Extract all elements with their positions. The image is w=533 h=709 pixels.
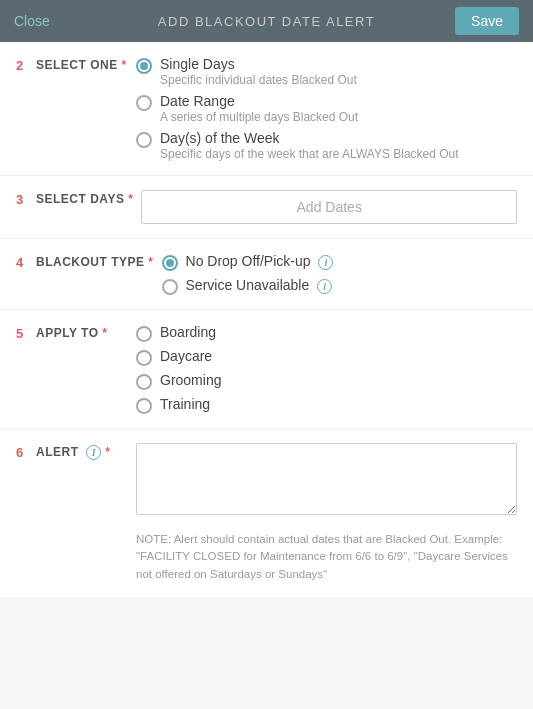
alert-content (136, 443, 517, 519)
section-label-alert: ALERT i * (36, 443, 136, 460)
service-unavailable-info-icon[interactable]: i (317, 279, 332, 294)
days-of-week-label: Day(s) of the Week (160, 130, 459, 146)
radio-option-daycare[interactable]: Daycare (136, 348, 517, 366)
close-button[interactable]: Close (14, 13, 50, 29)
section-alert: 6 ALERT i * NOTE: Alert should contain a… (0, 429, 533, 597)
radio-training[interactable] (136, 398, 152, 414)
save-button[interactable]: Save (455, 7, 519, 35)
required-asterisk-3: * (148, 255, 153, 269)
date-range-sublabel: A series of multiple days Blacked Out (160, 110, 358, 124)
service-unavailable-label: Service Unavailable i (186, 277, 333, 294)
form-body: 2 SELECT ONE * Single Days Specific indi… (0, 42, 533, 597)
radio-option-service-unavailable[interactable]: Service Unavailable i (162, 277, 517, 295)
radio-option-days-of-week[interactable]: Day(s) of the Week Specific days of the … (136, 130, 517, 161)
radio-service-unavailable[interactable] (162, 279, 178, 295)
section-number-3: 3 (16, 190, 32, 207)
section-number-4: 4 (16, 253, 32, 270)
service-unavailable-text: Service Unavailable i (186, 277, 333, 294)
days-of-week-sublabel: Specific days of the week that are ALWAY… (160, 147, 459, 161)
section-number-5: 5 (16, 324, 32, 341)
section-number-2: 2 (16, 56, 32, 73)
radio-option-boarding[interactable]: Boarding (136, 324, 517, 342)
required-asterisk-4: * (102, 326, 107, 340)
section-blackout-type: 4 BLACKOUT TYPE * No Drop Off/Pick-up i (0, 239, 533, 310)
radio-single-days[interactable] (136, 58, 152, 74)
daycare-label: Daycare (160, 348, 212, 364)
radio-grooming[interactable] (136, 374, 152, 390)
section-label-select-days: SELECT DAYS * (36, 190, 141, 206)
single-days-label: Single Days (160, 56, 357, 72)
header: Close ADD BLACKOUT DATE ALERT Save (0, 0, 533, 42)
required-asterisk-2: * (128, 192, 133, 206)
single-days-sublabel: Specific individual dates Blacked Out (160, 73, 357, 87)
date-range-text: Date Range A series of multiple days Bla… (160, 93, 358, 124)
add-dates-button[interactable]: Add Dates (141, 190, 517, 224)
required-asterisk-1: * (122, 58, 127, 72)
boarding-label: Boarding (160, 324, 216, 340)
radio-option-no-drop-off[interactable]: No Drop Off/Pick-up i (162, 253, 517, 271)
required-asterisk-5: * (105, 445, 110, 459)
select-one-options: Single Days Specific individual dates Bl… (136, 56, 517, 161)
radio-option-date-range[interactable]: Date Range A series of multiple days Bla… (136, 93, 517, 124)
radio-no-drop-off[interactable] (162, 255, 178, 271)
radio-option-grooming[interactable]: Grooming (136, 372, 517, 390)
select-days-content: Add Dates (141, 190, 517, 224)
blackout-type-options: No Drop Off/Pick-up i Service Unavailabl… (162, 253, 517, 295)
alert-textarea[interactable] (136, 443, 517, 515)
radio-days-of-week[interactable] (136, 132, 152, 148)
apply-to-options: Boarding Daycare Grooming Training (136, 324, 517, 414)
section-label-apply-to: APPLY TO * (36, 324, 136, 340)
date-range-label: Date Range (160, 93, 358, 109)
alert-note: NOTE: Alert should contain actual dates … (136, 531, 517, 583)
section-label-blackout-type: BLACKOUT TYPE * (36, 253, 162, 269)
section-number-6: 6 (16, 443, 32, 460)
training-label: Training (160, 396, 210, 412)
section-apply-to: 5 APPLY TO * Boarding Daycare Grooming (0, 310, 533, 429)
no-drop-off-label: No Drop Off/Pick-up i (186, 253, 334, 270)
grooming-label: Grooming (160, 372, 221, 388)
section-label-select-one: SELECT ONE * (36, 56, 136, 72)
page-title: ADD BLACKOUT DATE ALERT (158, 14, 375, 29)
radio-boarding[interactable] (136, 326, 152, 342)
section-select-days: 3 SELECT DAYS * Add Dates (0, 176, 533, 239)
radio-option-training[interactable]: Training (136, 396, 517, 414)
no-drop-off-info-icon[interactable]: i (318, 255, 333, 270)
days-of-week-text: Day(s) of the Week Specific days of the … (160, 130, 459, 161)
radio-date-range[interactable] (136, 95, 152, 111)
alert-info-icon[interactable]: i (86, 445, 101, 460)
section-select-one: 2 SELECT ONE * Single Days Specific indi… (0, 42, 533, 176)
radio-option-single-days[interactable]: Single Days Specific individual dates Bl… (136, 56, 517, 87)
no-drop-off-text: No Drop Off/Pick-up i (186, 253, 334, 270)
radio-daycare[interactable] (136, 350, 152, 366)
single-days-text: Single Days Specific individual dates Bl… (160, 56, 357, 87)
